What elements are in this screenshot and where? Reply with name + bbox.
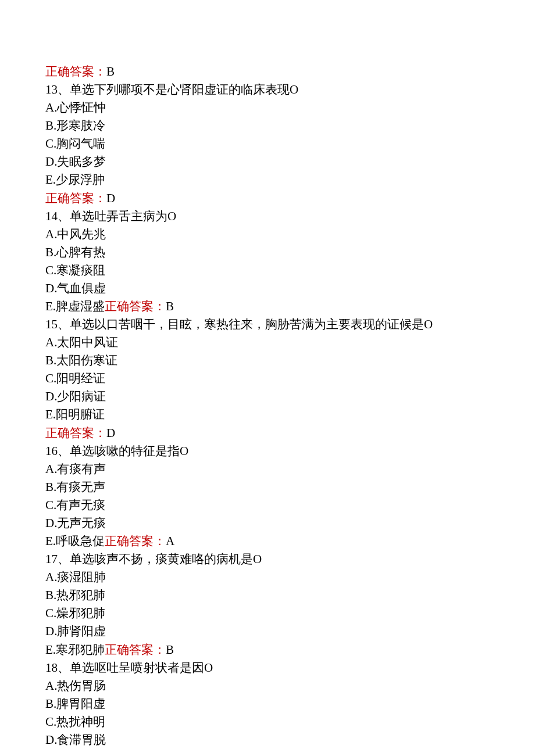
option-text: .无声无痰 bbox=[54, 516, 106, 530]
option-line: E.阳明腑证 bbox=[45, 406, 490, 424]
option-line: D.失眠多梦 bbox=[45, 153, 490, 171]
question-number: 17 bbox=[45, 552, 58, 566]
option-letter: A bbox=[45, 570, 54, 584]
option-letter: E bbox=[45, 299, 53, 313]
answer-value: D bbox=[106, 426, 115, 440]
option-text: .有痰无声 bbox=[54, 480, 105, 494]
answer-value: A bbox=[166, 534, 174, 548]
option-letter: E bbox=[45, 643, 53, 657]
option-text: .热邪犯肺 bbox=[54, 588, 105, 602]
option-line: A.太阳中风证 bbox=[45, 334, 490, 352]
option-line: B.脾胃阳虚 bbox=[45, 695, 490, 713]
option-line: C.有声无痰 bbox=[45, 496, 490, 514]
question-number: 16 bbox=[45, 444, 58, 458]
answer-label: 正确答案： bbox=[45, 65, 106, 78]
option-line: D.气血俱虚 bbox=[45, 280, 490, 298]
question-text: 、单选咳嗽的特征是指O bbox=[58, 444, 188, 458]
option-line: B.太阳伤寒证 bbox=[45, 352, 490, 370]
option-text: .燥邪犯肺 bbox=[54, 606, 105, 620]
answer-label: 正确答案： bbox=[105, 534, 166, 548]
question-stem: 16、单选咳嗽的特征是指O bbox=[45, 442, 490, 460]
answer-label: 正确答案： bbox=[45, 191, 106, 205]
option-letter: E bbox=[45, 407, 53, 421]
answer-label: 正确答案： bbox=[105, 643, 166, 657]
answer-line: 正确答案：B bbox=[45, 63, 490, 81]
option-line: B.形寒肢冷 bbox=[45, 117, 490, 135]
question-number: 14 bbox=[45, 209, 58, 223]
option-text: .胸闷气喘 bbox=[54, 137, 105, 151]
option-text: .心悸怔忡 bbox=[54, 101, 106, 114]
question-stem: 17、单选咳声不扬，痰黄难咯的病机是O bbox=[45, 550, 490, 568]
option-letter: B bbox=[45, 245, 54, 259]
answer-value: D bbox=[106, 191, 115, 205]
answer-value: B bbox=[166, 643, 174, 657]
question-text: 、单选呕吐呈喷射状者是因O bbox=[58, 661, 213, 675]
option-text: .有声无痰 bbox=[54, 498, 105, 512]
option-text: .热扰神明 bbox=[54, 715, 105, 729]
option-letter: C bbox=[45, 371, 54, 385]
option-line: C.阳明经证 bbox=[45, 370, 490, 388]
option-text: .脾虚湿盛 bbox=[53, 299, 105, 313]
answer-value: B bbox=[106, 65, 115, 78]
option-text: .气血俱虚 bbox=[54, 281, 106, 295]
option-line: D.少阳病证 bbox=[45, 388, 490, 406]
option-letter: D bbox=[45, 733, 54, 747]
option-line: B.心脾有热 bbox=[45, 243, 490, 261]
option-line: B.热邪犯肺 bbox=[45, 586, 490, 604]
option-text: .太阳中风证 bbox=[54, 335, 118, 349]
option-line: C.热扰神明 bbox=[45, 713, 490, 731]
question-stem: 15、单选以口苦咽干，目眩，寒热往来，胸胁苦满为主要表现的证候是O bbox=[45, 316, 490, 334]
question-text: 、单选吐弄舌主病为O bbox=[58, 209, 176, 223]
option-text: .痰湿阻肺 bbox=[54, 570, 106, 584]
answer-line: 正确答案：D bbox=[45, 189, 490, 207]
question-number: 18 bbox=[45, 661, 58, 675]
option-line: D.无声无痰 bbox=[45, 514, 490, 532]
option-text: .脾胃阳虚 bbox=[54, 697, 105, 711]
option-letter: B bbox=[45, 697, 54, 711]
option-letter: E bbox=[45, 173, 53, 187]
answer-label: 正确答案： bbox=[45, 426, 106, 440]
option-text: .形寒肢冷 bbox=[54, 119, 105, 132]
option-text: .阳明经证 bbox=[54, 371, 105, 385]
option-text: .少尿浮肿 bbox=[53, 173, 105, 187]
option-line: C.胸闷气喘 bbox=[45, 135, 490, 153]
question-number: 15 bbox=[45, 317, 58, 331]
question-stem: 13、单选下列哪项不是心肾阳虚证的临床表现O bbox=[45, 81, 490, 99]
option-letter: A bbox=[45, 101, 54, 114]
answer-line: 正确答案：D bbox=[45, 424, 490, 442]
option-line: C.寒凝痰阻 bbox=[45, 261, 490, 280]
option-line: A.有痰有声 bbox=[45, 460, 490, 478]
document-page: 正确答案：B13、单选下列哪项不是心肾阳虚证的临床表现OA.心悸怔忡B.形寒肢冷… bbox=[0, 0, 535, 756]
option-line: E.寒邪犯肺正确答案：B bbox=[45, 641, 490, 659]
question-number: 13 bbox=[45, 83, 58, 96]
option-text: .阳明腑证 bbox=[53, 407, 105, 421]
question-text: 、单选咳声不扬，痰黄难咯的病机是O bbox=[58, 552, 262, 566]
option-line: D.肺肾阳虚 bbox=[45, 622, 490, 640]
option-text: .呼吸急促 bbox=[53, 534, 105, 548]
option-text: .少阳病证 bbox=[54, 389, 106, 403]
option-line: B.有痰无声 bbox=[45, 478, 490, 496]
option-letter: B bbox=[45, 588, 54, 602]
option-letter: C bbox=[45, 137, 54, 151]
option-letter: C bbox=[45, 715, 54, 729]
option-line: E.脾虚湿盛正确答案：B bbox=[45, 298, 490, 316]
option-text: .太阳伤寒证 bbox=[54, 353, 117, 367]
option-letter: A bbox=[45, 679, 54, 693]
option-line: C.燥邪犯肺 bbox=[45, 604, 490, 622]
option-letter: D bbox=[45, 516, 54, 530]
option-line: E.呼吸急促正确答案：A bbox=[45, 532, 490, 550]
option-letter: D bbox=[45, 389, 54, 403]
option-letter: C bbox=[45, 263, 54, 277]
option-letter: E bbox=[45, 534, 53, 548]
option-text: .热伤胃肠 bbox=[54, 679, 106, 693]
option-letter: D bbox=[45, 624, 54, 638]
option-line: A.心悸怔忡 bbox=[45, 99, 490, 117]
option-line: E.少尿浮肿 bbox=[45, 171, 490, 189]
option-text: .寒凝痰阻 bbox=[54, 263, 105, 277]
option-text: .心脾有热 bbox=[54, 245, 105, 259]
option-letter: B bbox=[45, 353, 54, 367]
option-letter: B bbox=[45, 119, 54, 132]
answer-value: B bbox=[166, 299, 174, 313]
option-letter: A bbox=[45, 335, 54, 349]
option-letter: A bbox=[45, 227, 54, 241]
